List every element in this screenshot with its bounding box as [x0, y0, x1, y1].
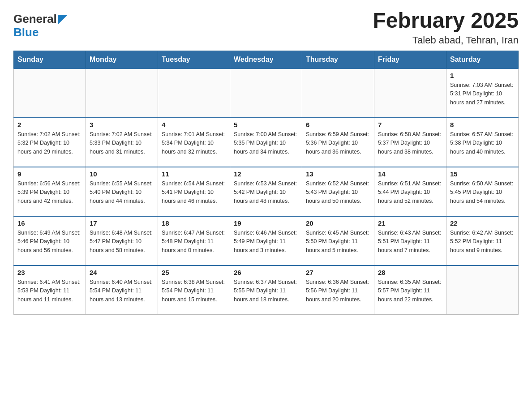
title-section: February 2025 Taleb abad, Tehran, Iran: [373, 9, 519, 46]
day-info: Sunrise: 6:50 AM Sunset: 5:45 PM Dayligh…: [450, 180, 515, 206]
day-number: 23: [17, 269, 82, 276]
calendar-cell: 25Sunrise: 6:38 AM Sunset: 5:54 PM Dayli…: [158, 265, 230, 315]
day-info: Sunrise: 6:47 AM Sunset: 5:48 PM Dayligh…: [162, 229, 226, 255]
day-number: 13: [306, 170, 370, 178]
calendar-cell: 27Sunrise: 6:36 AM Sunset: 5:56 PM Dayli…: [302, 265, 374, 315]
day-number: 7: [378, 121, 442, 128]
calendar-cell: 19Sunrise: 6:46 AM Sunset: 5:49 PM Dayli…: [230, 216, 302, 265]
day-number: 8: [450, 121, 515, 128]
day-info: Sunrise: 7:03 AM Sunset: 5:31 PM Dayligh…: [450, 81, 515, 107]
day-info: Sunrise: 7:00 AM Sunset: 5:35 PM Dayligh…: [234, 130, 298, 156]
calendar-cell: 12Sunrise: 6:53 AM Sunset: 5:42 PM Dayli…: [230, 167, 302, 216]
svg-marker-0: [58, 15, 68, 25]
day-number: 18: [162, 219, 226, 227]
day-number: 21: [378, 219, 442, 227]
calendar-cell: 15Sunrise: 6:50 AM Sunset: 5:45 PM Dayli…: [446, 167, 519, 216]
calendar-cell: 22Sunrise: 6:42 AM Sunset: 5:52 PM Dayli…: [446, 216, 519, 265]
day-number: 9: [17, 170, 82, 178]
day-info: Sunrise: 6:49 AM Sunset: 5:46 PM Dayligh…: [17, 229, 82, 255]
calendar-cell: 1Sunrise: 7:03 AM Sunset: 5:31 PM Daylig…: [446, 68, 519, 118]
day-number: 19: [234, 219, 298, 227]
day-number: 15: [450, 170, 515, 178]
calendar-cell: 26Sunrise: 6:37 AM Sunset: 5:55 PM Dayli…: [230, 265, 302, 315]
col-friday: Friday: [374, 51, 446, 68]
month-title: February 2025: [373, 9, 519, 33]
day-number: 6: [306, 121, 370, 128]
calendar-cell: [446, 265, 519, 315]
day-info: Sunrise: 6:38 AM Sunset: 5:54 PM Dayligh…: [162, 278, 226, 304]
day-info: Sunrise: 6:37 AM Sunset: 5:55 PM Dayligh…: [234, 278, 298, 304]
day-number: 1: [450, 72, 515, 79]
day-info: Sunrise: 6:57 AM Sunset: 5:38 PM Dayligh…: [450, 130, 515, 156]
day-info: Sunrise: 6:35 AM Sunset: 5:57 PM Dayligh…: [378, 278, 442, 304]
calendar-cell: [374, 68, 446, 118]
day-number: 12: [234, 170, 298, 178]
calendar-table: Sunday Monday Tuesday Wednesday Thursday…: [13, 51, 519, 315]
calendar-cell: 16Sunrise: 6:49 AM Sunset: 5:46 PM Dayli…: [14, 216, 86, 265]
day-info: Sunrise: 6:51 AM Sunset: 5:44 PM Dayligh…: [378, 180, 442, 206]
logo-general-text: General: [13, 12, 57, 26]
day-number: 2: [17, 121, 82, 128]
day-info: Sunrise: 6:41 AM Sunset: 5:53 PM Dayligh…: [17, 278, 82, 304]
col-sunday: Sunday: [14, 51, 86, 68]
location-title: Taleb abad, Tehran, Iran: [373, 34, 519, 46]
day-number: 17: [90, 219, 154, 227]
calendar-cell: [302, 68, 374, 118]
day-number: 14: [378, 170, 442, 178]
day-number: 16: [17, 219, 82, 227]
calendar-cell: 21Sunrise: 6:43 AM Sunset: 5:51 PM Dayli…: [374, 216, 446, 265]
week-row-2: 2Sunrise: 7:02 AM Sunset: 5:32 PM Daylig…: [14, 118, 519, 167]
logo: General Blue: [13, 11, 68, 38]
calendar-cell: 14Sunrise: 6:51 AM Sunset: 5:44 PM Dayli…: [374, 167, 446, 216]
day-number: 20: [306, 219, 370, 227]
col-thursday: Thursday: [302, 51, 374, 68]
day-number: 5: [234, 121, 298, 128]
logo-triangle-icon: [58, 15, 68, 25]
day-number: 10: [90, 170, 154, 178]
calendar-cell: 13Sunrise: 6:52 AM Sunset: 5:43 PM Dayli…: [302, 167, 374, 216]
day-info: Sunrise: 7:01 AM Sunset: 5:34 PM Dayligh…: [162, 130, 226, 156]
calendar-header-row: Sunday Monday Tuesday Wednesday Thursday…: [14, 51, 519, 68]
day-info: Sunrise: 6:54 AM Sunset: 5:41 PM Dayligh…: [162, 180, 226, 206]
calendar-cell: 24Sunrise: 6:40 AM Sunset: 5:54 PM Dayli…: [86, 265, 158, 315]
col-tuesday: Tuesday: [158, 51, 230, 68]
calendar-cell: 2Sunrise: 7:02 AM Sunset: 5:32 PM Daylig…: [14, 118, 86, 167]
week-row-1: 1Sunrise: 7:03 AM Sunset: 5:31 PM Daylig…: [14, 68, 519, 118]
day-number: 22: [450, 219, 515, 227]
day-number: 27: [306, 269, 370, 276]
calendar-cell: 8Sunrise: 6:57 AM Sunset: 5:38 PM Daylig…: [446, 118, 519, 167]
day-info: Sunrise: 7:02 AM Sunset: 5:33 PM Dayligh…: [90, 130, 154, 156]
day-number: 4: [162, 121, 226, 128]
day-info: Sunrise: 6:56 AM Sunset: 5:39 PM Dayligh…: [17, 180, 82, 206]
calendar-cell: [158, 68, 230, 118]
day-number: 24: [90, 269, 154, 276]
calendar-cell: [230, 68, 302, 118]
calendar-cell: 18Sunrise: 6:47 AM Sunset: 5:48 PM Dayli…: [158, 216, 230, 265]
day-number: 11: [162, 170, 226, 178]
day-info: Sunrise: 6:58 AM Sunset: 5:37 PM Dayligh…: [378, 130, 442, 156]
day-info: Sunrise: 6:42 AM Sunset: 5:52 PM Dayligh…: [450, 229, 515, 255]
calendar-cell: [14, 68, 86, 118]
calendar-cell: 6Sunrise: 6:59 AM Sunset: 5:36 PM Daylig…: [302, 118, 374, 167]
col-monday: Monday: [86, 51, 158, 68]
calendar-cell: [86, 68, 158, 118]
calendar-cell: 10Sunrise: 6:55 AM Sunset: 5:40 PM Dayli…: [86, 167, 158, 216]
calendar-cell: 28Sunrise: 6:35 AM Sunset: 5:57 PM Dayli…: [374, 265, 446, 315]
calendar-cell: 20Sunrise: 6:45 AM Sunset: 5:50 PM Dayli…: [302, 216, 374, 265]
day-info: Sunrise: 6:48 AM Sunset: 5:47 PM Dayligh…: [90, 229, 154, 255]
calendar-cell: 4Sunrise: 7:01 AM Sunset: 5:34 PM Daylig…: [158, 118, 230, 167]
day-info: Sunrise: 6:46 AM Sunset: 5:49 PM Dayligh…: [234, 229, 298, 255]
calendar-cell: 23Sunrise: 6:41 AM Sunset: 5:53 PM Dayli…: [14, 265, 86, 315]
calendar-cell: 17Sunrise: 6:48 AM Sunset: 5:47 PM Dayli…: [86, 216, 158, 265]
day-info: Sunrise: 6:53 AM Sunset: 5:42 PM Dayligh…: [234, 180, 298, 206]
day-info: Sunrise: 6:36 AM Sunset: 5:56 PM Dayligh…: [306, 278, 370, 304]
col-saturday: Saturday: [446, 51, 519, 68]
calendar-cell: 5Sunrise: 7:00 AM Sunset: 5:35 PM Daylig…: [230, 118, 302, 167]
day-info: Sunrise: 6:43 AM Sunset: 5:51 PM Dayligh…: [378, 229, 442, 255]
day-number: 26: [234, 269, 298, 276]
day-number: 3: [90, 121, 154, 128]
calendar-cell: 11Sunrise: 6:54 AM Sunset: 5:41 PM Dayli…: [158, 167, 230, 216]
day-info: Sunrise: 6:45 AM Sunset: 5:50 PM Dayligh…: [306, 229, 370, 255]
week-row-4: 16Sunrise: 6:49 AM Sunset: 5:46 PM Dayli…: [14, 216, 519, 265]
page-header: General Blue February 2025 Taleb abad, T…: [13, 9, 519, 46]
